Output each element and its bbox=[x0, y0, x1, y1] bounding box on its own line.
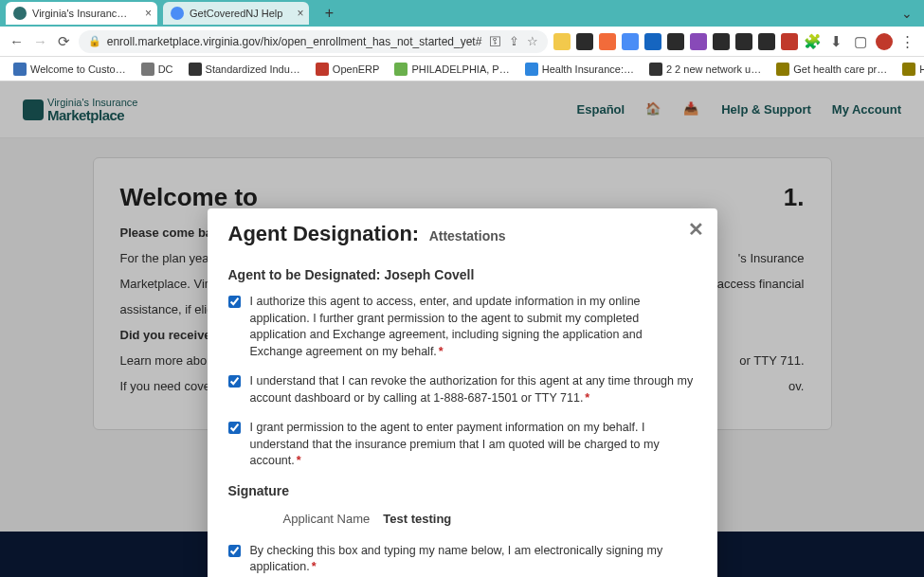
attestation-text-3: I grant permission to the agent to enter… bbox=[250, 421, 660, 467]
bookmark-label: Get health care pr… bbox=[793, 63, 887, 75]
tab-close-icon[interactable]: × bbox=[297, 7, 303, 20]
required-mark: * bbox=[312, 560, 317, 573]
attestation-checkbox-3[interactable] bbox=[228, 422, 241, 434]
bookmark-bar: Welcome to Custo…DCStandardized Indu…Ope… bbox=[0, 57, 924, 81]
url-text: enroll.marketplace.virginia.gov/hix/open… bbox=[107, 35, 482, 48]
extension-icon[interactable] bbox=[576, 33, 593, 50]
bookmark-favicon bbox=[649, 63, 662, 76]
reload-button[interactable]: ⟳ bbox=[55, 31, 73, 52]
modal-subtitle: Attestations bbox=[429, 228, 506, 243]
bookmark-favicon bbox=[394, 63, 408, 76]
signature-heading: Signature bbox=[228, 483, 697, 498]
tab-title: Virginia's Insurance Marketpla… bbox=[32, 8, 131, 19]
bookmark-label: OpenERP bbox=[333, 63, 380, 75]
forward-button[interactable]: → bbox=[31, 31, 49, 52]
attestation-checkbox-1[interactable] bbox=[228, 296, 241, 308]
attestation-checkbox-2[interactable] bbox=[228, 375, 241, 388]
applicant-name-label: Applicant Name bbox=[283, 512, 371, 526]
agent-designation-modal: ✕ Agent Designation: Attestations Agent … bbox=[208, 208, 717, 577]
bookmark-item[interactable]: DC bbox=[136, 61, 179, 78]
bookmark-label: How can I see pla… bbox=[919, 63, 924, 75]
attestation-row-3[interactable]: I grant permission to the agent to enter… bbox=[228, 420, 697, 470]
profile-avatar[interactable] bbox=[875, 31, 893, 52]
tabs-icon[interactable]: ▢ bbox=[851, 31, 869, 52]
extension-icon[interactable] bbox=[667, 33, 684, 50]
extension-icon[interactable] bbox=[690, 33, 707, 50]
modal-close-button[interactable]: ✕ bbox=[688, 218, 704, 241]
extension-icon[interactable] bbox=[713, 33, 730, 50]
bookmark-item[interactable]: PHILADELPHIA, P… bbox=[389, 61, 515, 78]
browser-tab[interactable]: GetCoveredNJ Help × bbox=[163, 2, 309, 25]
bookmark-item[interactable]: OpenERP bbox=[310, 61, 386, 78]
bookmark-favicon bbox=[189, 63, 202, 76]
extension-icon[interactable] bbox=[735, 33, 752, 50]
attestation-row-2[interactable]: I understand that I can revoke the autho… bbox=[228, 373, 697, 406]
browser-toolbar: ← → ⟳ 🔒 enroll.marketplace.virginia.gov/… bbox=[0, 27, 924, 57]
bookmark-favicon bbox=[13, 63, 27, 76]
esign-row[interactable]: By checking this box and typing my name … bbox=[228, 543, 697, 576]
bookmark-label: 2 2 new network u… bbox=[666, 63, 761, 75]
bookmark-favicon bbox=[141, 63, 154, 76]
extension-icons bbox=[553, 33, 798, 50]
bookmark-favicon bbox=[316, 63, 329, 76]
bookmark-item[interactable]: Get health care pr… bbox=[770, 61, 893, 78]
extension-icon[interactable] bbox=[758, 33, 775, 50]
esign-checkbox[interactable] bbox=[228, 545, 241, 557]
bookmark-favicon bbox=[902, 63, 915, 76]
bookmark-label: Welcome to Custo… bbox=[30, 63, 126, 75]
required-mark: * bbox=[585, 391, 589, 405]
attestation-text-1: I authorize this agent to access, enter,… bbox=[250, 295, 643, 358]
kebab-menu-icon[interactable]: ⋮ bbox=[898, 31, 916, 52]
tab-close-icon[interactable]: × bbox=[145, 7, 152, 20]
new-tab-button[interactable]: + bbox=[318, 3, 339, 24]
tab-favicon bbox=[171, 7, 184, 20]
bookmark-favicon bbox=[776, 63, 789, 76]
extensions-button[interactable]: 🧩 bbox=[804, 31, 822, 52]
bookmark-label: Health Insurance:… bbox=[542, 63, 634, 75]
extension-icon[interactable] bbox=[644, 33, 661, 50]
bookmark-item[interactable]: How can I see pla… bbox=[897, 61, 924, 78]
tab-title: GetCoveredNJ Help bbox=[190, 8, 282, 19]
browser-tab-strip: Virginia's Insurance Marketpla… × GetCov… bbox=[0, 0, 924, 27]
bookmark-item[interactable]: Health Insurance:… bbox=[519, 61, 640, 78]
bookmark-item[interactable]: 2 2 new network u… bbox=[643, 61, 767, 78]
bookmark-label: DC bbox=[158, 63, 173, 75]
bookmark-item[interactable]: Standardized Indu… bbox=[183, 61, 306, 78]
modal-title: Agent Designation: bbox=[228, 222, 420, 245]
bookmark-item[interactable]: Welcome to Custo… bbox=[8, 61, 132, 78]
extension-icon[interactable] bbox=[622, 33, 639, 50]
share-icon[interactable]: ⇪ bbox=[509, 34, 519, 48]
agent-to-be-designated: Agent to be Designated: Joseph Covell bbox=[228, 267, 697, 282]
required-mark: * bbox=[439, 345, 444, 358]
download-icon[interactable]: ⬇ bbox=[827, 31, 845, 52]
attestation-text-2: I understand that I can revoke the autho… bbox=[250, 374, 694, 405]
window-caret-icon[interactable]: ⌄ bbox=[901, 6, 924, 21]
extension-icon[interactable] bbox=[781, 33, 798, 50]
attestation-row-1[interactable]: I authorize this agent to access, enter,… bbox=[228, 294, 697, 360]
browser-tab-active[interactable]: Virginia's Insurance Marketpla… × bbox=[6, 2, 157, 25]
lock-icon: 🔒 bbox=[88, 35, 101, 47]
required-mark: * bbox=[297, 454, 301, 467]
tab-favicon bbox=[13, 7, 27, 20]
back-button[interactable]: ← bbox=[8, 31, 26, 52]
applicant-name-value: Test testing bbox=[383, 512, 451, 526]
key-icon[interactable]: ⚿ bbox=[489, 34, 501, 48]
extension-icon[interactable] bbox=[599, 33, 616, 50]
omnibox[interactable]: 🔒 enroll.marketplace.virginia.gov/hix/op… bbox=[79, 30, 549, 53]
bookmark-label: PHILADELPHIA, P… bbox=[411, 63, 509, 75]
page-viewport: Virginia's Insurance Marketplace Español… bbox=[0, 81, 924, 577]
star-icon[interactable]: ☆ bbox=[527, 34, 538, 48]
bookmark-favicon bbox=[525, 63, 538, 76]
extension-icon[interactable] bbox=[553, 33, 571, 50]
bookmark-label: Standardized Indu… bbox=[206, 63, 300, 75]
